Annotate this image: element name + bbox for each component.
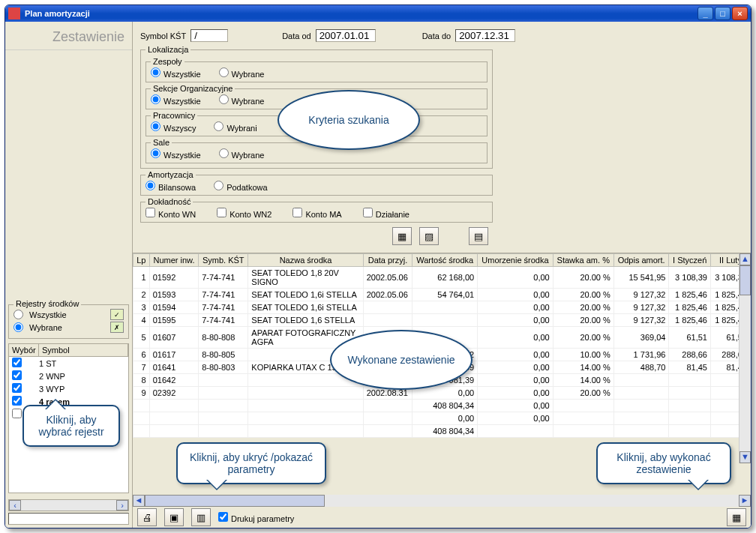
zesp-all[interactable]: Wszystkie: [151, 67, 201, 79]
list-item[interactable]: 3 WYP: [9, 382, 128, 395]
table-row[interactable]: 2015937-74-741SEAT TOLEDO 1,6i STELLA200…: [134, 289, 751, 301]
dokl-group: Dokładność Konto WN Konto WN2 Konto MA D…: [140, 197, 493, 223]
amort-group: Amortyzacja Bilansowa Podatkowa: [140, 170, 493, 196]
col-header[interactable]: Data przyj.: [363, 254, 412, 267]
print-params-check[interactable]: Drukuj parametry: [218, 512, 294, 523]
action-btn-2[interactable]: ▨: [419, 227, 439, 245]
lok-legend: Lokalizacja: [146, 45, 190, 54]
table-row[interactable]: 9023922002.08.310,000,0020.00 %: [134, 387, 751, 400]
minimize-button[interactable]: _: [698, 7, 713, 20]
action-btn-3[interactable]: ▤: [469, 227, 488, 245]
list-item[interactable]: 1 ST: [9, 357, 128, 370]
sekcje-legend: Sekcje Organizacyjne: [151, 84, 235, 93]
rejestry-group: Rejestry środków Wszystkie ✓ Wybrane ✗: [8, 304, 129, 339]
amort-bil[interactable]: Bilansowa: [146, 181, 196, 192]
table-row[interactable]: 4015957-74-741SEAT TOLEDO 1,6 STELLA0,00…: [134, 314, 751, 327]
col-header[interactable]: Stawka am. %: [553, 254, 614, 267]
zespoly-legend: Zespoły: [151, 57, 184, 66]
col-header[interactable]: Odpis amort.: [614, 254, 669, 267]
table-row[interactable]: 1015927-74-741SEAT TOLEDO 1,8 20V SIGNO2…: [134, 267, 751, 289]
col-header[interactable]: Wartość środka: [412, 254, 478, 267]
col-header[interactable]: Lp: [134, 254, 150, 267]
callout-wykonac: Kliknij, aby wykonać zestawienie: [596, 442, 731, 484]
callout-kryteria: Kryteria szukania: [278, 90, 420, 150]
chk-kontoma[interactable]: Konto MA: [292, 208, 341, 219]
date-to-input[interactable]: [455, 29, 515, 42]
close-button[interactable]: ×: [732, 7, 748, 20]
callout-wykonane: Wykonane zestawienie: [330, 330, 472, 390]
rej-sel-radio[interactable]: Wybrane: [14, 322, 62, 332]
col-header[interactable]: Symb. KŚT: [199, 254, 248, 267]
window-title: Plan amortyzacji: [25, 9, 696, 18]
col-header[interactable]: Nazwa środka: [248, 254, 363, 267]
amort-pod[interactable]: Podatkowa: [214, 181, 267, 192]
bottom-toolbar: 🖨 ▣ ▥ Drukuj parametry ▦: [133, 507, 751, 528]
v-scrollbar[interactable]: ▲ ▼: [739, 253, 751, 463]
amort-legend: Amortyzacja: [146, 170, 196, 179]
table-row[interactable]: 408 804,340,002: [134, 400, 751, 412]
list-item[interactable]: 2 WNP: [9, 370, 128, 382]
maximize-button[interactable]: □: [715, 7, 730, 20]
print-icon[interactable]: 🖨: [137, 508, 157, 526]
col-header[interactable]: I Styczeń: [669, 254, 710, 267]
export-icon[interactable]: ▣: [164, 508, 184, 526]
left-h-scroll[interactable]: ‹›: [8, 499, 129, 511]
date-to-label: Data do: [422, 31, 452, 40]
rej-all-radio[interactable]: Wszystkie: [14, 310, 67, 319]
prac-sel[interactable]: Wybrani: [214, 121, 256, 133]
chk-kontown[interactable]: Konto WN: [146, 208, 196, 219]
date-from-input[interactable]: [316, 29, 376, 42]
rej-x-icon[interactable]: ✗: [110, 322, 124, 333]
zespoly-group: Zespoły Wszystkie Wybrane: [146, 57, 488, 82]
prac-legend: Pracownicy: [151, 111, 197, 120]
chk-dzialanie[interactable]: Działanie: [363, 208, 410, 219]
rej-check-icon[interactable]: ✓: [110, 309, 124, 320]
titlebar[interactable]: Plan amortyzacji _ □ ×: [5, 5, 751, 22]
page-title: Zestawienie: [5, 22, 132, 50]
symbol-input[interactable]: [190, 29, 228, 42]
table-row[interactable]: 3015947-74-741SEAT TOLEDO 1,6i STELLA0,0…: [134, 301, 751, 314]
zesp-sel[interactable]: Wybrane: [219, 67, 265, 79]
sale-legend: Sale: [151, 138, 172, 147]
action-btn-1[interactable]: ▦: [392, 227, 412, 245]
toggle-params-icon[interactable]: ▥: [191, 508, 211, 526]
left-input[interactable]: [8, 513, 129, 525]
table-row[interactable]: 408 804,342: [134, 425, 751, 438]
prac-all[interactable]: Wszyscy: [151, 121, 196, 133]
col-symbol: Symbol: [39, 344, 128, 356]
sek-sel[interactable]: Wybrane: [219, 94, 265, 106]
sale-sel[interactable]: Wybrane: [219, 148, 265, 160]
date-from-label: Data od: [282, 31, 311, 40]
col-header[interactable]: Numer inw.: [149, 254, 198, 267]
callout-wybrac: Kliknij, aby wybrać rejestr: [22, 405, 120, 447]
rejestry-legend: Rejestry środków: [14, 299, 81, 308]
chk-kontown2[interactable]: Konto WN2: [217, 208, 272, 219]
symbol-label: Symbol KŚT: [140, 31, 186, 40]
execute-icon[interactable]: ▦: [727, 508, 746, 526]
params-panel: Symbol KŚT Data od Data do Lokalizacja Z…: [133, 22, 751, 253]
dokl-legend: Dokładność: [146, 197, 193, 206]
col-header[interactable]: Umorzenie środka: [478, 254, 554, 267]
table-row[interactable]: 0,000,001: [134, 412, 751, 425]
left-pane: Zestawienie Rejestry środków Wszystkie ✓…: [5, 22, 133, 528]
sek-all[interactable]: Wszystkie: [151, 94, 201, 106]
app-icon: [8, 7, 20, 19]
col-wybor: Wybór: [9, 344, 39, 356]
callout-ukryc: Kliknij, aby ukryć /pokazać parametry: [176, 442, 326, 484]
sale-all[interactable]: Wszystkie: [151, 148, 201, 160]
